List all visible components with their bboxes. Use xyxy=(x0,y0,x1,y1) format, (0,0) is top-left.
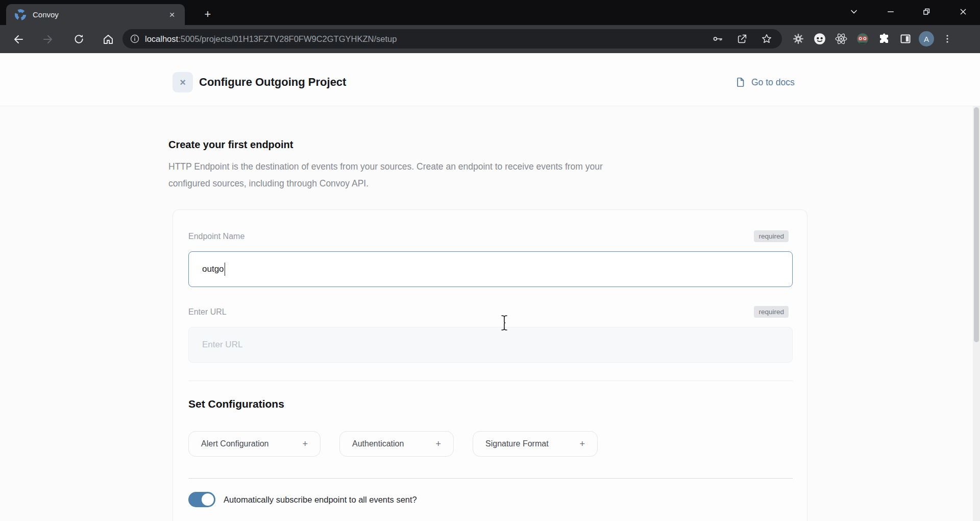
address-bar[interactable]: localhost:5005/projects/01H13FZTV28F0FW9… xyxy=(122,29,782,49)
browser-window: Convoy × + xyxy=(0,0,980,521)
page-title: Configure Outgoing Project xyxy=(199,76,346,89)
share-icon[interactable] xyxy=(734,31,750,47)
close-icon: × xyxy=(180,77,186,88)
profile-avatar[interactable]: A xyxy=(919,31,934,46)
home-button[interactable] xyxy=(98,29,118,50)
intro-description: HTTP Endpoint is the destination of even… xyxy=(168,158,638,192)
extension-react-icon[interactable] xyxy=(833,31,849,47)
endpoint-url-field-head: Enter URL required xyxy=(188,306,789,318)
tab-strip: Convoy × + xyxy=(0,0,980,25)
endpoint-name-value: outgo xyxy=(202,264,224,274)
go-to-docs-label: Go to docs xyxy=(751,77,795,88)
close-window-button[interactable] xyxy=(951,3,975,20)
alert-configuration-button[interactable]: Alert Configuration + xyxy=(188,431,321,457)
extensions-puzzle-icon[interactable] xyxy=(876,31,892,47)
tab-search-chevron-icon[interactable] xyxy=(842,3,866,20)
authentication-button[interactable]: Authentication + xyxy=(339,431,454,457)
home-icon xyxy=(102,33,114,45)
plus-icon: + xyxy=(579,439,585,449)
side-panel-icon[interactable] xyxy=(897,31,914,47)
required-badge: required xyxy=(754,306,789,318)
back-button[interactable] xyxy=(8,29,29,50)
browser-menu-icon[interactable] xyxy=(939,31,955,47)
scrollbar-thumb[interactable] xyxy=(974,107,979,342)
reload-button[interactable] xyxy=(68,29,89,50)
endpoint-url-label: Enter URL xyxy=(188,307,227,317)
extension-gear-icon[interactable] xyxy=(790,31,806,47)
endpoint-url-input[interactable] xyxy=(188,327,793,363)
go-to-docs-link[interactable]: Go to docs xyxy=(735,77,795,88)
mouse-cursor-ibeam xyxy=(500,315,508,334)
close-page-button[interactable]: × xyxy=(173,72,193,92)
url-path: :5005/projects/01H13FZTV28F0FW9C2GTGYHKZ… xyxy=(178,34,397,43)
endpoint-form-card: Endpoint Name required outgo Enter URL r… xyxy=(173,209,807,521)
subscribe-toggle-row: Automatically subscribe endpoint to all … xyxy=(188,492,417,507)
plus-icon: + xyxy=(302,439,308,449)
restore-button[interactable] xyxy=(915,3,938,20)
config-button-label: Alert Configuration xyxy=(201,439,269,448)
config-button-label: Authentication xyxy=(352,439,404,448)
extension-goggles-icon[interactable] xyxy=(854,31,871,47)
document-icon xyxy=(735,77,746,88)
password-key-icon[interactable] xyxy=(709,31,726,47)
endpoint-name-field-head: Endpoint Name required xyxy=(188,230,789,242)
endpoint-name-label: Endpoint Name xyxy=(188,232,244,241)
tab-convoy[interactable]: Convoy × xyxy=(6,4,185,25)
extension-person-icon[interactable] xyxy=(812,31,828,47)
section-divider xyxy=(188,478,793,479)
intro-heading: Create your first endpoint xyxy=(168,139,293,151)
forward-arrow-icon xyxy=(42,33,54,45)
config-button-label: Signature Format xyxy=(485,439,549,448)
subscribe-toggle-label: Automatically subscribe endpoint to all … xyxy=(224,495,417,505)
plus-icon: + xyxy=(435,439,441,449)
scrollbar-track[interactable] xyxy=(973,106,980,521)
url-text: localhost:5005/projects/01H13FZTV28F0FW9… xyxy=(145,34,709,44)
tab-title: Convoy xyxy=(33,10,166,19)
text-caret xyxy=(225,263,226,276)
page-header: × Configure Outgoing Project Go to docs xyxy=(0,53,980,106)
site-info-icon[interactable] xyxy=(130,34,140,44)
reload-icon xyxy=(73,33,85,45)
subscribe-toggle[interactable] xyxy=(188,492,215,507)
section-divider xyxy=(188,381,793,381)
tab-close-icon[interactable]: × xyxy=(166,9,178,20)
toggle-knob xyxy=(202,493,214,506)
signature-format-button[interactable]: Signature Format + xyxy=(473,431,598,457)
bookmark-star-icon[interactable] xyxy=(758,31,775,47)
convoy-favicon-icon xyxy=(14,9,27,21)
configurations-row: Alert Configuration + Authentication + S… xyxy=(188,431,598,457)
extensions-row: A xyxy=(790,29,955,49)
url-host: localhost xyxy=(145,34,178,43)
endpoint-name-input[interactable]: outgo xyxy=(188,251,793,287)
forward-button[interactable] xyxy=(38,29,58,50)
minimize-button[interactable] xyxy=(879,3,902,20)
configurations-heading: Set Configurations xyxy=(188,398,284,410)
back-arrow-icon xyxy=(12,33,24,45)
required-badge: required xyxy=(754,230,789,242)
new-tab-button[interactable]: + xyxy=(200,7,215,22)
page: × Configure Outgoing Project Go to docs … xyxy=(0,53,980,521)
